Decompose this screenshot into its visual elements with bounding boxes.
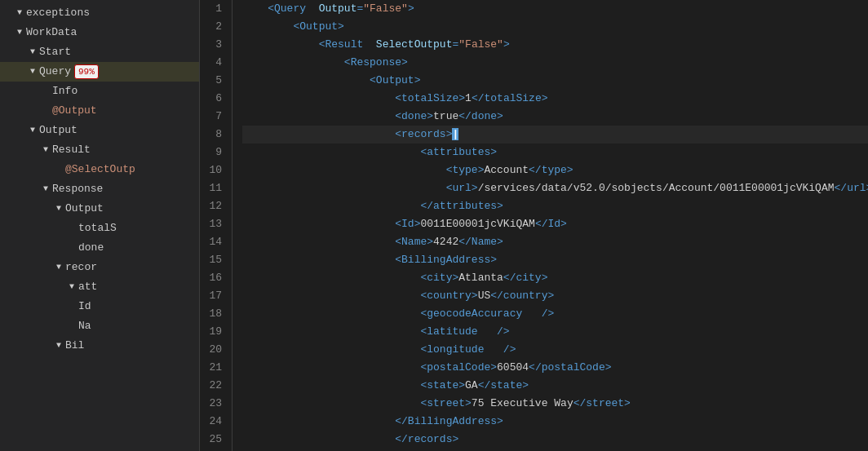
code-content[interactable]: <Query Output="False"> <Output> <Result … [232, 0, 868, 451]
code-line: <BillingAddress> [242, 251, 868, 269]
tree-item-label: @SelectOutp [65, 161, 135, 178]
code-editor: 1234567891011121314151617181920212223242… [200, 0, 868, 451]
line-number: 25 [206, 431, 222, 449]
code-line: <Response> [242, 54, 868, 72]
query-badge: 99% [74, 64, 99, 79]
line-number: 10 [206, 161, 222, 179]
line-number: 19 [206, 323, 222, 341]
tree-item-label: exceptions [26, 5, 90, 21]
arrow-icon: ▼ [52, 259, 65, 276]
line-number: 3 [206, 36, 222, 54]
tree-item-label: att [78, 279, 97, 295]
code-line: <longitude /> [242, 341, 868, 359]
tree-item-output1[interactable]: ▼ Output [0, 121, 199, 140]
arrow-icon: ▼ [26, 44, 39, 60]
code-area: 1234567891011121314151617181920212223242… [200, 0, 868, 451]
tree-item-label: Bil [65, 338, 84, 354]
tree-item-na[interactable]: Na [0, 316, 199, 336]
tree-item-label: Response [52, 181, 103, 197]
tree-item-query[interactable]: ▼ Query 99% [0, 62, 199, 82]
code-line: <Query Output="False"> [242, 0, 868, 18]
tree-item-label: recor [65, 259, 97, 276]
tree-item-label: Start [39, 44, 71, 60]
arrow-icon: ▼ [26, 122, 39, 139]
line-number: 24 [206, 413, 222, 431]
code-line: <Output> [242, 72, 868, 90]
arrow-icon: ▼ [39, 181, 52, 197]
line-number: 6 [206, 90, 222, 108]
tree-item-workdata[interactable]: ▼ WorkData [0, 23, 199, 42]
tree-item-label: totalS [78, 220, 117, 237]
code-line: <url>/services/data/v52.0/sobjects/Accou… [242, 179, 868, 197]
line-number: 12 [206, 197, 222, 215]
tree-item-totals[interactable]: totalS [0, 219, 199, 238]
line-number: 2 [206, 18, 222, 36]
tree-item-result[interactable]: ▼ Result [0, 140, 199, 160]
line-number: 5 [206, 72, 222, 90]
line-numbers: 1234567891011121314151617181920212223242… [200, 0, 232, 451]
tree-item-selectoutput[interactable]: @SelectOutp [0, 160, 199, 179]
line-number: 20 [206, 341, 222, 359]
tree-item-output2[interactable]: ▼ Output [0, 199, 199, 219]
arrow-icon: ▼ [13, 5, 26, 21]
tree-panel: ▼ exceptions ▼ WorkData ▼ Start ▼ Query … [0, 0, 200, 451]
code-line: <attributes> [242, 144, 868, 161]
line-number: 13 [206, 215, 222, 233]
tree-item-response[interactable]: ▼ Response [0, 179, 199, 199]
code-line: <Id>0011E00001jcVKiQAM</Id> [242, 215, 868, 233]
code-line: <state>GA</state> [242, 377, 868, 395]
line-number: 11 [206, 179, 222, 197]
line-number: 14 [206, 233, 222, 251]
code-line: </BillingAddress> [242, 413, 868, 431]
tree-item-label: Output [39, 122, 78, 139]
code-line: <type>Account</type> [242, 161, 868, 179]
tree-item-done[interactable]: done [0, 238, 199, 258]
tree-item-label: Na [78, 318, 91, 334]
line-number: 8 [206, 126, 222, 144]
code-line: <Name>4242</Name> [242, 233, 868, 251]
tree-item-start[interactable]: ▼ Start [0, 42, 199, 62]
code-line: </attributes> [242, 197, 868, 215]
arrow-icon: ▼ [39, 142, 52, 158]
line-number: 9 [206, 144, 222, 161]
tree-item-label: WorkData [26, 24, 77, 41]
tree-item-label: Result [52, 142, 91, 158]
line-number: 22 [206, 377, 222, 395]
arrow-icon: ▼ [26, 64, 39, 80]
code-line: <totalSize>1</totalSize> [242, 90, 868, 108]
code-line: </records> [242, 431, 868, 449]
arrow-icon: ▼ [65, 279, 78, 295]
line-number: 21 [206, 359, 222, 377]
line-number: 17 [206, 287, 222, 305]
tree-item-label: Query [39, 64, 71, 80]
arrow-icon: ▼ [52, 201, 65, 217]
tree-item-atoutput[interactable]: @Output [0, 101, 199, 121]
line-number: 7 [206, 108, 222, 126]
code-line: <city>Atlanta</city> [242, 269, 868, 287]
code-line: <geocodeAccuracy /> [242, 305, 868, 323]
code-line: <Output> [242, 18, 868, 36]
arrow-icon: ▼ [52, 338, 65, 354]
tree-item-label: Output [65, 201, 104, 217]
code-line: <street>75 Executive Way</street> [242, 395, 868, 413]
tree-item-label: @Output [52, 103, 97, 119]
tree-item-id[interactable]: Id [0, 297, 199, 316]
code-line: <postalCode>60504</postalCode> [242, 359, 868, 377]
tree-item-att[interactable]: ▼ att [0, 277, 199, 297]
tree-item-label: done [78, 240, 104, 256]
code-line: <latitude /> [242, 323, 868, 341]
line-number: 18 [206, 305, 222, 323]
code-line: <records>| [242, 126, 868, 144]
tree-item-info[interactable]: Info [0, 82, 199, 101]
code-line: <country>US</country> [242, 287, 868, 305]
tree-item-exceptions[interactable]: ▼ exceptions [0, 3, 199, 23]
line-number: 16 [206, 269, 222, 287]
line-number: 1 [206, 0, 222, 18]
tree-item-records[interactable]: ▼ recor [0, 258, 199, 277]
line-number: 4 [206, 54, 222, 72]
arrow-icon: ▼ [13, 24, 26, 41]
tree-item-label: Info [52, 83, 78, 99]
tree-item-bil[interactable]: ▼ Bil [0, 336, 199, 356]
code-line: <Result SelectOutput="False"> [242, 36, 868, 54]
line-number: 23 [206, 395, 222, 413]
